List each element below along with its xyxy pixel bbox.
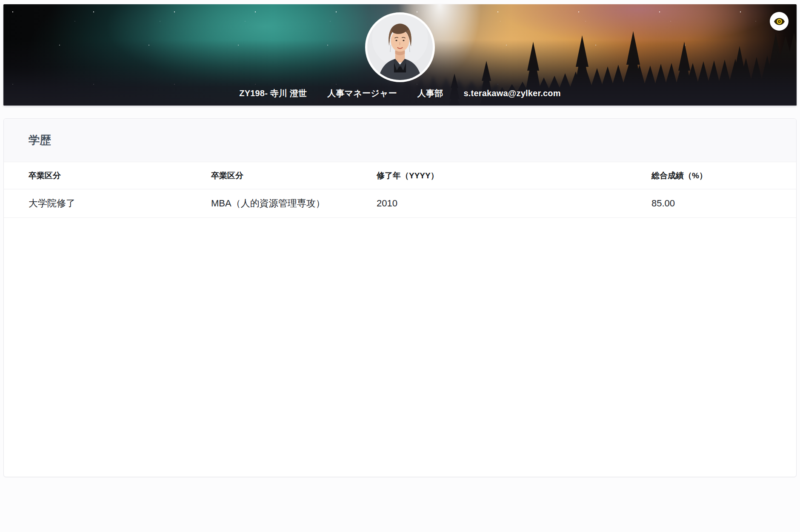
education-card: 学歴 卒業区分 卒業区分 修了年（YYYY） 総合成績（%） 大学院修了 MBA… [3,118,797,477]
cell-overall-grade: 85.00 [651,198,796,209]
column-header-graduation-type: 卒業区分 [29,170,211,181]
employee-id-name: ZY198- 寺川 澄世 [239,88,307,99]
profile-cover-banner: ZY198- 寺川 澄世 人事マネージャー 人事部 s.terakawa@zyl… [3,4,797,106]
employee-role: 人事マネージャー [327,88,397,99]
education-table-row[interactable]: 大学院修了 MBA（人的資源管理専攻） 2010 85.00 [4,189,796,218]
cell-major: MBA（人的資源管理専攻） [211,197,377,210]
page: ZY198- 寺川 澄世 人事マネージャー 人事部 s.terakawa@zyl… [0,0,800,477]
cell-completion-year: 2010 [377,198,651,209]
profile-summary-bar: ZY198- 寺川 澄世 人事マネージャー 人事部 s.terakawa@zyl… [3,88,797,99]
column-header-graduation-type-2: 卒業区分 [211,170,377,181]
cell-graduation-type: 大学院修了 [29,197,211,210]
education-card-header: 学歴 [4,119,796,162]
eye-icon [774,17,785,26]
employee-department: 人事部 [417,88,443,99]
column-header-completion-year: 修了年（YYYY） [377,170,651,181]
column-header-overall-grade: 総合成績（%） [651,170,796,181]
education-table-header-row: 卒業区分 卒業区分 修了年（YYYY） 総合成績（%） [4,162,796,189]
profile-visibility-button[interactable] [770,12,789,31]
section-title: 学歴 [29,133,51,148]
avatar[interactable] [365,12,435,82]
employee-email: s.terakawa@zylker.com [463,89,560,98]
avatar-portrait [367,14,433,80]
